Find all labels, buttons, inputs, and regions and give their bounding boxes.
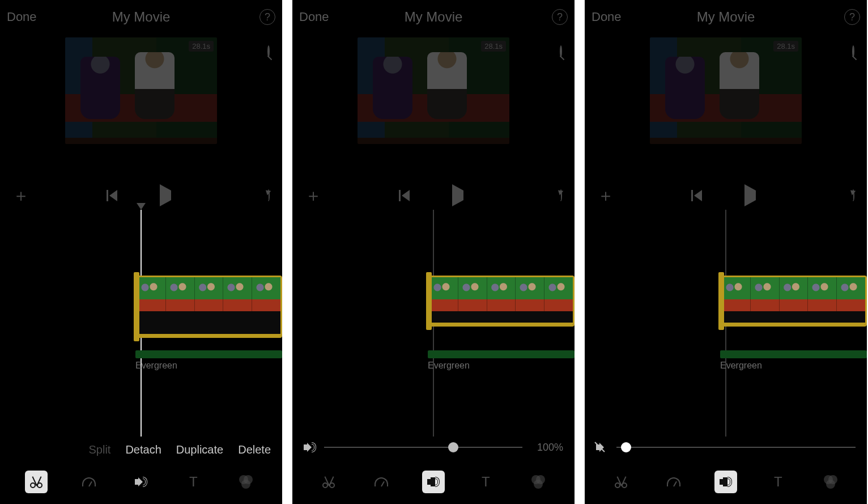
duplicate-action[interactable]: Duplicate	[176, 443, 223, 456]
zoom-button[interactable]	[560, 46, 562, 57]
inspector-toolbar: T	[292, 467, 575, 497]
header: Done My Movie ?	[292, 0, 575, 34]
timeline[interactable]: Evergreen	[292, 210, 575, 437]
volume-tool[interactable]	[422, 471, 445, 493]
skip-start-button[interactable]	[691, 190, 702, 201]
magnifier-icon	[267, 45, 270, 57]
duration-badge: 28.1s	[189, 41, 214, 52]
zoom-button[interactable]	[852, 46, 854, 57]
detach-action[interactable]: Detach	[125, 443, 161, 456]
audio-track-label: Evergreen	[720, 361, 762, 371]
preview-area: 28.1s	[0, 34, 282, 181]
clip-actions: Split Detach Duplicate Delete	[0, 443, 282, 456]
scissors-icon	[615, 476, 627, 488]
titles-tool[interactable]: T	[474, 471, 497, 493]
screen-2: Done My Movie ? 28.1s ＋ Evergreen 100%	[292, 0, 575, 504]
volume-control: 100%	[292, 436, 575, 459]
video-preview[interactable]: 28.1s	[358, 37, 509, 144]
video-clip[interactable]	[720, 276, 867, 327]
play-icon	[452, 184, 463, 206]
audio-track[interactable]	[428, 350, 575, 358]
speed-gauge-icon	[82, 477, 96, 486]
undo-icon	[852, 189, 854, 201]
play-icon	[160, 184, 171, 206]
filters-tool[interactable]	[527, 471, 550, 493]
audio-track-label: Evergreen	[135, 361, 177, 371]
play-button[interactable]	[452, 190, 463, 201]
trim-handle-left[interactable]	[426, 272, 432, 330]
volume-slider[interactable]	[324, 447, 522, 448]
video-clip[interactable]	[135, 276, 282, 338]
speaker-muted-icon[interactable]	[596, 443, 609, 452]
filters-tool[interactable]	[235, 471, 257, 493]
project-title: My Movie	[112, 9, 171, 25]
speed-gauge-icon	[375, 477, 388, 486]
filters-tool[interactable]	[819, 471, 842, 493]
text-icon: T	[774, 474, 782, 490]
trim-handle-left[interactable]	[718, 272, 724, 330]
undo-button[interactable]	[267, 190, 270, 201]
timeline[interactable]: Evergreen	[585, 210, 867, 437]
volume-tool[interactable]	[130, 471, 152, 493]
split-action: Split	[89, 443, 111, 456]
cut-tool[interactable]	[25, 471, 48, 493]
video-preview[interactable]: 28.1s	[650, 37, 802, 144]
done-button[interactable]: Done	[592, 10, 622, 24]
speaker-icon[interactable]	[304, 443, 316, 452]
inspector-toolbar: T	[585, 467, 867, 497]
playhead-handle-icon[interactable]	[137, 203, 146, 210]
cut-tool[interactable]	[610, 471, 632, 493]
speaker-icon	[720, 477, 732, 486]
undo-icon	[560, 189, 562, 201]
video-clip[interactable]	[428, 276, 575, 327]
play-icon	[744, 184, 756, 206]
add-media-button[interactable]: ＋	[12, 184, 29, 207]
video-preview[interactable]: 28.1s	[65, 37, 217, 144]
duration-badge: 28.1s	[481, 41, 506, 52]
play-button[interactable]	[744, 190, 756, 201]
play-button[interactable]	[160, 190, 171, 201]
help-button[interactable]: ?	[259, 9, 275, 25]
skip-back-icon	[691, 190, 702, 201]
undo-button[interactable]	[852, 190, 854, 201]
preview-area: 28.1s	[585, 34, 867, 181]
header: Done My Movie ?	[0, 0, 282, 34]
zoom-button[interactable]	[267, 46, 270, 57]
duration-badge: 28.1s	[773, 41, 798, 52]
undo-button[interactable]	[560, 190, 562, 201]
magnifier-icon	[852, 45, 854, 57]
add-media-button[interactable]: ＋	[305, 184, 322, 207]
speed-tool[interactable]	[78, 471, 100, 493]
volume-tool[interactable]	[714, 471, 737, 493]
speed-gauge-icon	[667, 477, 680, 486]
preview-area: 28.1s	[292, 34, 575, 181]
speaker-icon	[427, 477, 440, 486]
scissors-icon	[30, 476, 42, 488]
help-button[interactable]: ?	[844, 9, 860, 25]
audio-track[interactable]	[135, 350, 282, 358]
add-media-button[interactable]: ＋	[597, 184, 614, 207]
help-button[interactable]: ?	[552, 9, 568, 25]
speed-tool[interactable]	[370, 471, 393, 493]
titles-tool[interactable]: T	[767, 471, 789, 493]
delete-action[interactable]: Delete	[238, 443, 271, 456]
volume-knob[interactable]	[621, 442, 631, 452]
trim-handle-left[interactable]	[134, 272, 139, 341]
speed-tool[interactable]	[662, 471, 685, 493]
inspector-toolbar: T	[0, 467, 282, 497]
filters-icon	[239, 475, 253, 489]
transport-bar: ＋	[585, 181, 867, 210]
magnifier-icon	[560, 45, 562, 57]
done-button[interactable]: Done	[7, 10, 37, 24]
transport-bar: ＋	[292, 181, 575, 210]
skip-start-button[interactable]	[399, 190, 410, 201]
volume-knob[interactable]	[448, 442, 458, 452]
timeline[interactable]: Evergreen	[0, 210, 282, 437]
skip-start-button[interactable]	[107, 190, 117, 201]
skip-back-icon	[399, 190, 410, 201]
volume-slider[interactable]	[616, 447, 856, 448]
cut-tool[interactable]	[317, 471, 340, 493]
done-button[interactable]: Done	[299, 10, 329, 24]
titles-tool[interactable]: T	[182, 471, 205, 493]
audio-track[interactable]	[720, 350, 867, 358]
